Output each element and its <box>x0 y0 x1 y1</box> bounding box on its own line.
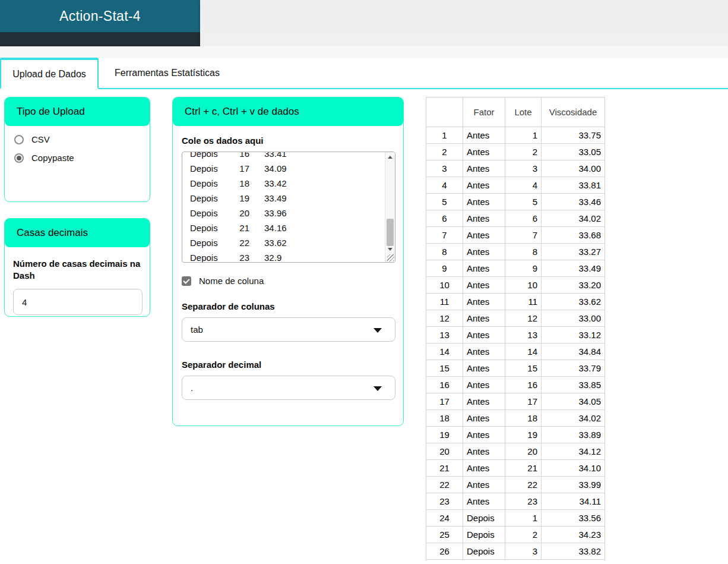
table-header-fator: Fator <box>463 97 505 127</box>
tab-upload-de-dados[interactable]: Upload de Dados <box>0 58 99 89</box>
header-gray-panel <box>200 0 728 46</box>
column-names-checkbox-row[interactable]: Nome de coluna <box>182 276 394 286</box>
table-header-lote: Lote <box>505 97 542 127</box>
app-title: Action-Stat-4 <box>59 8 141 24</box>
app-window: Action-Stat-4 Upload de Dados Ferramenta… <box>0 0 728 564</box>
radio-icon[interactable] <box>14 153 24 163</box>
table-cell: 4 <box>426 177 463 194</box>
scroll-up-icon[interactable] <box>385 152 395 162</box>
radio-option-copypaste[interactable]: Copypaste <box>14 153 150 163</box>
table-cell: 1 <box>505 510 542 527</box>
table-cell: Antes <box>463 144 505 160</box>
table-cell: 12 <box>426 310 463 327</box>
table-cell: Antes <box>463 377 505 393</box>
table-cell: 21 <box>426 460 463 477</box>
table-cell: 34.02 <box>542 210 605 227</box>
table-cell: 13 <box>426 327 463 344</box>
table-cell: Antes <box>463 344 505 360</box>
table-cell: 14 <box>505 344 542 360</box>
table-cell: 6 <box>426 210 463 227</box>
table-cell: Depois <box>463 543 505 560</box>
scroll-down-icon[interactable] <box>385 244 395 254</box>
upload-type-card: Tipo de Upload CSV Copypaste <box>4 97 150 202</box>
table-cell: 23 <box>505 493 542 510</box>
table-cell: 23 <box>426 493 463 510</box>
column-separator-select[interactable]: tab <box>182 317 395 342</box>
table-row: 4Antes433.81 <box>426 177 605 194</box>
decimals-card-header: Casas decimais <box>5 219 150 247</box>
textarea-scrollbar[interactable] <box>385 152 395 262</box>
radio-icon[interactable] <box>14 135 24 144</box>
table-row: 15Antes1533.79 <box>426 360 605 377</box>
table-cell: 15 <box>505 360 542 377</box>
table-row: 5Antes533.46 <box>426 194 605 210</box>
decimal-separator-select[interactable]: . <box>182 376 395 400</box>
table-cell: 20 <box>426 443 463 460</box>
table-header-row: Fator Lote Viscosidade <box>426 97 605 127</box>
table-row: 6Antes634.02 <box>426 210 605 227</box>
tab-ferramentas-estatisticas[interactable]: Ferramentas Estatísticas <box>99 58 236 88</box>
table-cell: 34.00 <box>542 160 605 177</box>
table-cell: 20 <box>505 443 542 460</box>
decimal-separator-label: Separador decimal <box>182 360 394 370</box>
table-cell: 9 <box>426 260 463 277</box>
navbar-dark-strip <box>0 32 200 46</box>
table-cell: 17 <box>505 393 542 410</box>
table-cell: 17 <box>426 393 463 410</box>
table-row: 25Depois234.23 <box>426 527 605 543</box>
table-cell: 2 <box>426 144 463 160</box>
upload-type-card-title: Tipo de Upload <box>17 106 85 118</box>
table-cell: 4 <box>505 177 542 194</box>
table-row: 24Depois133.56 <box>426 510 605 527</box>
caret-down-icon <box>374 386 382 391</box>
tab-label: Upload de Dados <box>12 69 86 80</box>
table-cell: 21 <box>505 460 542 477</box>
resize-grip-icon[interactable] <box>387 254 394 261</box>
table-row: 12Antes1233.00 <box>426 310 605 327</box>
table-cell: Antes <box>463 227 505 244</box>
table-cell: 33.05 <box>542 144 605 160</box>
paste-textarea[interactable]: Depois 16 33.41 Depois 17 34.09 Depois 1… <box>182 152 395 263</box>
table-row: 3Antes334.00 <box>426 160 605 177</box>
table-cell: 34.10 <box>542 460 605 477</box>
table-cell: 33.99 <box>542 477 605 493</box>
table-cell: 34.11 <box>542 493 605 510</box>
table-row: 26Depois333.82 <box>426 543 605 560</box>
table-row: 13Antes1333.12 <box>426 327 605 344</box>
table-cell: Antes <box>463 410 505 427</box>
table-row: 7Antes733.68 <box>426 227 605 244</box>
table-cell: 16 <box>426 377 463 393</box>
table-cell: 10 <box>426 277 463 294</box>
header-divider-strip <box>0 46 728 58</box>
radio-label: Copypaste <box>31 153 74 163</box>
table-cell: 8 <box>505 244 542 260</box>
table-row: 9Antes933.49 <box>426 260 605 277</box>
paste-card: Ctrl + c, Ctrl + v de dados Cole os dado… <box>172 97 404 426</box>
table-cell: 19 <box>426 427 463 443</box>
table-cell: 33.56 <box>542 510 605 527</box>
decimals-input[interactable] <box>13 289 143 315</box>
table-cell: Antes <box>463 443 505 460</box>
checkbox-icon[interactable] <box>182 276 191 286</box>
table-cell: 16 <box>505 377 542 393</box>
table-cell: 7 <box>426 227 463 244</box>
table-cell: Depois <box>463 527 505 543</box>
table-cell: Antes <box>463 460 505 477</box>
table-cell: Antes <box>463 210 505 227</box>
table-cell: Antes <box>463 493 505 510</box>
table-cell: 19 <box>505 427 542 443</box>
table-row: 19Antes1933.89 <box>426 427 605 443</box>
table-cell: Antes <box>463 127 505 144</box>
paste-card-title: Ctrl + c, Ctrl + v de dados <box>185 106 299 118</box>
table-cell: 5 <box>426 194 463 210</box>
table-cell: 33.85 <box>542 377 605 393</box>
scrollbar-thumb[interactable] <box>387 219 394 246</box>
table-row: 20Antes2034.12 <box>426 443 605 460</box>
table-cell: 3 <box>505 160 542 177</box>
table-row: 1Antes133.75 <box>426 127 605 144</box>
table-cell: 3 <box>426 160 463 177</box>
radio-option-csv[interactable]: CSV <box>14 134 150 144</box>
table-cell: 22 <box>505 477 542 493</box>
table-cell: 34.12 <box>542 443 605 460</box>
table-cell: Antes <box>463 393 505 410</box>
